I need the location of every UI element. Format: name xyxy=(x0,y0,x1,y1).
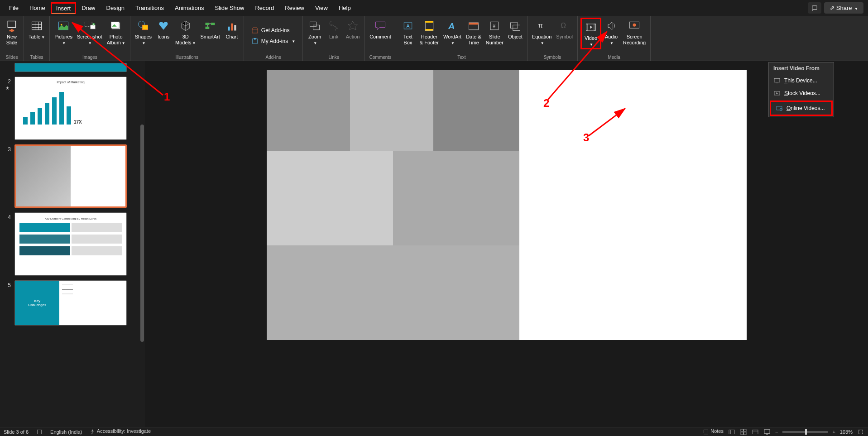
my-addins-button[interactable]: My Add-ins ▼ xyxy=(249,36,298,46)
table-button[interactable]: Table▼ xyxy=(27,18,47,41)
dropdown-online-videos[interactable]: Online Videos... xyxy=(770,101,833,116)
svg-rect-40 xyxy=(510,23,518,28)
screenshot-button[interactable]: + Screenshot▼ xyxy=(75,18,104,47)
sorter-view-button[interactable] xyxy=(740,428,747,436)
smartart-button[interactable]: SmartArt xyxy=(198,18,221,41)
slide-thumb-1[interactable] xyxy=(14,63,127,72)
zoom-button[interactable]: Zoom▼ xyxy=(306,18,324,47)
pictures-button[interactable]: Pictures▼ xyxy=(53,18,74,47)
normal-view-button[interactable] xyxy=(728,428,735,436)
date-time-button[interactable]: Date & Time xyxy=(464,18,483,47)
svg-rect-69 xyxy=(764,429,770,433)
table-label: Table▼ xyxy=(29,34,45,40)
ribbon: New Slide Slides Table▼ Tables Pictures▼… xyxy=(0,16,868,61)
svg-rect-22 xyxy=(231,24,233,31)
slide-number-button[interactable]: # Slide Number xyxy=(484,18,505,47)
tab-draw[interactable]: Draw xyxy=(76,2,101,14)
slide-collage-image xyxy=(267,70,519,340)
action-icon xyxy=(345,19,360,33)
slide-thumb-3[interactable] xyxy=(14,144,127,208)
tab-review[interactable]: Review xyxy=(279,2,310,14)
zoom-out-button[interactable]: − xyxy=(775,429,778,435)
date-time-icon xyxy=(466,19,481,33)
dropdown-stock-videos[interactable]: Stock Videos... xyxy=(769,87,834,100)
3d-models-label: 3D Models▼ xyxy=(175,34,196,46)
dropdown-this-device[interactable]: This Device... xyxy=(769,74,834,87)
tab-insert[interactable]: Insert xyxy=(51,2,77,14)
share-label: Share xyxy=(836,5,852,11)
shapes-label: Shapes▼ xyxy=(135,34,152,46)
header-footer-button[interactable]: Header & Footer xyxy=(418,18,441,47)
header-footer-label: Header & Footer xyxy=(420,34,439,46)
object-button[interactable]: Object xyxy=(506,18,524,41)
photo-album-button[interactable]: Photo Album▼ xyxy=(105,18,127,47)
chevron-down-icon: ▼ xyxy=(854,7,858,11)
tabs-bar: File Home Insert Draw Design Transitions… xyxy=(0,0,868,16)
group-illustrations-label: Illustrations xyxy=(133,54,241,60)
comment-button[interactable]: Comment xyxy=(368,18,393,41)
notes-label: Notes xyxy=(710,428,724,434)
tab-transitions[interactable]: Transitions xyxy=(130,2,169,14)
tab-help[interactable]: Help xyxy=(333,2,356,14)
thumb-number: 3 xyxy=(5,144,11,153)
thumb-number xyxy=(5,63,11,65)
tab-view[interactable]: View xyxy=(310,2,333,14)
zoom-slider[interactable] xyxy=(782,431,828,433)
wordart-label: WordArt▼ xyxy=(443,34,461,46)
svg-point-48 xyxy=(633,24,636,27)
svg-text:π: π xyxy=(538,22,543,29)
svg-text:A: A xyxy=(406,23,409,29)
slide-thumbnail-panel[interactable]: 2 ★ Impact of Marketing 17X xyxy=(0,61,145,427)
text-box-button[interactable]: A Text Box xyxy=(399,18,417,47)
video-button[interactable]: Video▼ xyxy=(580,18,601,49)
tab-slideshow[interactable]: Slide Show xyxy=(209,2,249,14)
comments-title-button[interactable] xyxy=(808,2,821,14)
svg-text:Ω: Ω xyxy=(561,22,566,29)
slide-thumb-2[interactable]: Impact of Marketing 17X xyxy=(14,77,127,140)
equation-button[interactable]: π Equation▼ xyxy=(530,18,553,47)
chart-icon xyxy=(225,19,239,33)
slide-thumb-4[interactable]: Key Enablers Contributing 50 Million Eur… xyxy=(14,212,127,276)
tab-design[interactable]: Design xyxy=(101,2,130,14)
text-box-icon: A xyxy=(401,19,415,33)
chart-button[interactable]: Chart xyxy=(223,18,241,41)
zoom-in-button[interactable]: + xyxy=(832,429,835,435)
tab-home[interactable]: Home xyxy=(24,2,51,14)
svg-point-26 xyxy=(254,38,256,40)
3d-models-button[interactable]: 3D Models▼ xyxy=(173,18,197,47)
zoom-level[interactable]: 103% xyxy=(840,429,853,435)
annotation-3: 3 xyxy=(583,131,589,144)
current-slide[interactable] xyxy=(267,70,747,340)
icons-button[interactable]: Icons xyxy=(154,18,173,41)
audio-button[interactable]: Audio▼ xyxy=(602,18,620,47)
wordart-button[interactable]: A WordArt▼ xyxy=(441,18,463,47)
status-language[interactable]: English (India) xyxy=(50,429,82,435)
screen-recording-button[interactable]: Screen Recording xyxy=(621,18,647,47)
notes-button[interactable]: Notes xyxy=(703,428,724,435)
thumb2-metric: 17X xyxy=(74,120,82,125)
shapes-icon xyxy=(136,19,150,33)
shapes-button[interactable]: Shapes▼ xyxy=(133,18,153,47)
thumb4-title: Key Enablers Contributing 50 Million Eur… xyxy=(19,217,122,220)
annotation-2: 2 xyxy=(543,97,549,110)
svg-rect-20 xyxy=(206,27,210,29)
thumb-scrollbar[interactable] xyxy=(140,125,144,342)
symbol-button: Ω Symbol xyxy=(554,18,575,41)
spellcheck-icon[interactable] xyxy=(36,428,43,436)
action-button: Action xyxy=(344,18,362,41)
slide-thumb-5[interactable]: Key Challenges ━━━━━━━━ ━━━━━━━━ ━━━━━━━… xyxy=(14,280,127,326)
tab-record[interactable]: Record xyxy=(249,2,279,14)
get-addins-label: Get Add-ins xyxy=(261,27,290,34)
reading-view-button[interactable] xyxy=(752,428,759,436)
symbol-label: Symbol xyxy=(556,34,573,40)
svg-rect-41 xyxy=(513,25,520,30)
new-slide-button[interactable]: New Slide xyxy=(3,18,21,47)
slideshow-view-button[interactable] xyxy=(763,428,771,436)
share-button[interactable]: ⇗ Share ▼ xyxy=(824,2,863,14)
status-accessibility[interactable]: Accessibility: Investigate xyxy=(89,428,151,435)
get-addins-button[interactable]: Get Add-ins xyxy=(249,25,298,35)
tab-animations[interactable]: Animations xyxy=(169,2,209,14)
fit-to-window-button[interactable] xyxy=(857,428,864,436)
svg-rect-2 xyxy=(10,30,14,32)
tab-file[interactable]: File xyxy=(4,2,24,14)
